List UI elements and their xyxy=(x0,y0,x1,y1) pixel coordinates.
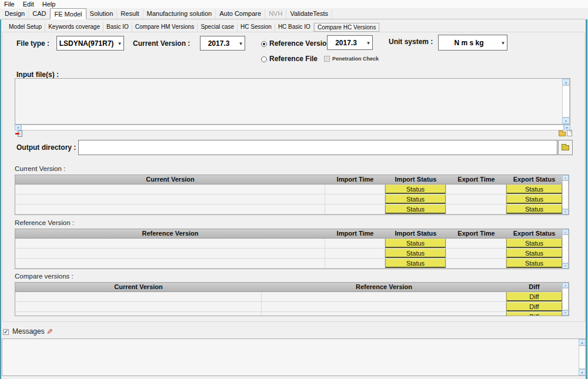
tab-fe-model[interactable]: FE Model xyxy=(50,8,86,19)
add-file-icon[interactable] xyxy=(567,130,572,136)
subtab-compare-hc-versions[interactable]: Compare HC Versions xyxy=(314,23,379,32)
export-status-button[interactable]: Status xyxy=(506,204,562,214)
table-row: Status Status xyxy=(15,259,569,269)
reference-version-radio[interactable] xyxy=(261,41,267,47)
table-cell xyxy=(446,204,506,214)
scroll-down-button[interactable] xyxy=(562,118,570,124)
current-version-select[interactable]: 2017.3 xyxy=(200,36,245,51)
import-status-button[interactable]: Status xyxy=(385,239,446,248)
menu-help[interactable]: Help xyxy=(38,0,60,8)
column-header: Export Time xyxy=(446,175,506,184)
export-status-button[interactable]: Status xyxy=(506,185,562,194)
scroll-thumb[interactable] xyxy=(579,346,586,369)
menu-edit[interactable]: Edit xyxy=(19,0,38,8)
edit-pencil-icon[interactable] xyxy=(46,326,55,334)
penetration-check-checkbox[interactable] xyxy=(324,56,330,62)
reference-file-radio[interactable] xyxy=(261,56,267,62)
tab-manufacturing-solution[interactable]: Manufacturing solution xyxy=(143,9,216,19)
subtab-basic-io[interactable]: Basic IO xyxy=(103,23,132,32)
chevron-down-icon[interactable] xyxy=(237,36,245,50)
import-status-button[interactable]: Status xyxy=(385,204,446,214)
file-type-label: File type : xyxy=(16,39,49,48)
scroll-thumb[interactable] xyxy=(562,234,569,263)
scroll-up-button[interactable] xyxy=(562,175,569,180)
chevron-down-icon[interactable] xyxy=(365,36,372,49)
browse-output-directory-button[interactable] xyxy=(558,140,573,155)
penetration-check-label: Penetration Check xyxy=(332,56,379,62)
table-cell: Status xyxy=(506,204,562,214)
scroll-down-button[interactable] xyxy=(579,369,586,375)
scroll-thumb[interactable] xyxy=(562,180,569,209)
table-row: Status Status xyxy=(15,239,569,249)
messages-checkbox[interactable] xyxy=(3,329,9,335)
scroll-thumb[interactable] xyxy=(21,125,564,130)
column-header: Export Status xyxy=(506,229,562,238)
table-header-row: Reference Version Import Time Import Sta… xyxy=(15,229,569,239)
table-cell xyxy=(15,312,262,316)
tab-result[interactable]: Result xyxy=(117,9,143,19)
diff-button[interactable]: Diff xyxy=(506,312,562,316)
table-cell xyxy=(262,312,506,316)
messages-label: Messages xyxy=(12,327,45,336)
scroll-thumb[interactable] xyxy=(562,288,569,310)
table-row: Diff xyxy=(15,302,569,312)
scroll-down-button[interactable] xyxy=(562,263,569,269)
export-status-button[interactable]: Status xyxy=(506,194,562,204)
tab-auto-compare[interactable]: Auto Compare xyxy=(216,9,265,19)
diff-button[interactable]: Diff xyxy=(506,302,562,311)
table-cell xyxy=(15,249,325,258)
table-cell xyxy=(15,185,325,194)
table-cell xyxy=(446,185,506,194)
messages-log[interactable] xyxy=(2,338,586,376)
scroll-left-button[interactable] xyxy=(15,125,21,130)
diff-button[interactable]: Diff xyxy=(506,292,562,301)
scroll-up-button[interactable] xyxy=(562,79,570,85)
column-header: Export Status xyxy=(506,175,562,184)
scroll-down-button[interactable] xyxy=(562,310,569,316)
input-files-label: Input file(s) : xyxy=(16,71,59,79)
scroll-up-button[interactable] xyxy=(562,229,569,234)
subtab-keywords-coverage[interactable]: Keywords coverage xyxy=(45,23,103,32)
remove-file-icon[interactable] xyxy=(15,130,23,137)
table-cell: Diff xyxy=(506,302,562,311)
output-directory-input[interactable] xyxy=(78,140,557,155)
subtab-model-setup[interactable]: Model Setup xyxy=(6,23,45,32)
file-type-select[interactable]: LSDYNA(971R7) xyxy=(56,36,124,51)
input-files-horizontal-scrollbar xyxy=(15,125,570,130)
subtab-compare-hm-versions[interactable]: Compare HM Versions xyxy=(132,23,198,32)
export-status-button[interactable]: Status xyxy=(506,239,562,248)
chevron-down-icon[interactable] xyxy=(116,36,123,50)
tab-cad[interactable]: CAD xyxy=(29,9,50,19)
current-version-table: Current Version Import Time Import Statu… xyxy=(15,175,569,215)
scroll-thumb[interactable] xyxy=(562,85,570,118)
table-row: Status Status xyxy=(15,249,569,259)
scroll-up-button[interactable] xyxy=(562,283,569,288)
subtab-hc-session[interactable]: HC Session xyxy=(238,23,275,32)
reference-version-select[interactable]: 2017.3 xyxy=(327,35,373,50)
tab-validatetests[interactable]: ValidateTests xyxy=(286,9,332,19)
table-cell xyxy=(15,259,325,268)
table-vertical-scrollbar xyxy=(562,283,569,316)
export-status-button[interactable]: Status xyxy=(506,259,562,268)
input-files-list[interactable] xyxy=(15,78,570,125)
unit-system-select[interactable]: N m s kg xyxy=(438,35,507,51)
menu-file[interactable]: File xyxy=(0,0,19,8)
export-status-button[interactable]: Status xyxy=(506,249,562,258)
table-cell: Status xyxy=(385,194,446,204)
import-status-button[interactable]: Status xyxy=(385,249,446,258)
import-status-button[interactable]: Status xyxy=(385,259,446,268)
tab-solution[interactable]: Solution xyxy=(86,9,118,19)
import-status-button[interactable]: Status xyxy=(385,194,446,204)
column-header: Export Time xyxy=(446,229,506,238)
add-folder-icon[interactable] xyxy=(559,132,566,136)
reference-version-table: Reference Version Import Time Import Sta… xyxy=(15,229,569,269)
subtab-hc-basic-io[interactable]: HC Basic IO xyxy=(275,23,314,32)
scroll-down-button[interactable] xyxy=(562,209,569,214)
chevron-down-icon[interactable] xyxy=(499,35,507,50)
table-cell: Status xyxy=(506,259,562,268)
scroll-up-button[interactable] xyxy=(579,339,586,346)
tab-design[interactable]: Design xyxy=(1,9,29,19)
table-cell xyxy=(325,194,385,204)
import-status-button[interactable]: Status xyxy=(385,185,446,194)
subtab-special-case[interactable]: Special case xyxy=(198,23,238,32)
